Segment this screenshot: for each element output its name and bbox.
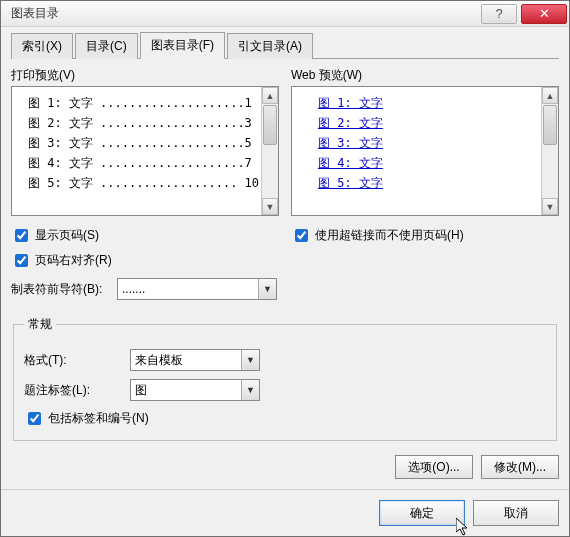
web-preview-label: Web 预览(W) bbox=[291, 67, 559, 84]
checkbox-input[interactable] bbox=[28, 412, 41, 425]
checkbox-input[interactable] bbox=[15, 254, 28, 267]
scroll-up-icon[interactable]: ▲ bbox=[262, 87, 278, 104]
list-item: 图 4: 文字 bbox=[308, 153, 554, 173]
list-item: 图 1: 文字 bbox=[308, 93, 554, 113]
general-legend: 常规 bbox=[24, 316, 56, 333]
scroll-thumb[interactable] bbox=[263, 105, 277, 145]
checkbox-label: 显示页码(S) bbox=[35, 227, 99, 244]
checkbox-label: 使用超链接而不使用页码(H) bbox=[315, 227, 464, 244]
checkbox-use-hyperlinks[interactable]: 使用超链接而不使用页码(H) bbox=[291, 226, 559, 245]
scrollbar[interactable]: ▲ ▼ bbox=[541, 87, 558, 215]
right-checks: 使用超链接而不使用页码(H) bbox=[291, 226, 559, 270]
checkbox-input[interactable] bbox=[295, 229, 308, 242]
list-item: 图 2: 文字 bbox=[308, 113, 554, 133]
tab-leader-input[interactable] bbox=[117, 278, 277, 300]
tab-index[interactable]: 索引(X) bbox=[11, 33, 73, 59]
tab-leader-row: 制表符前导符(B): ▼ bbox=[11, 278, 559, 300]
scrollbar[interactable]: ▲ ▼ bbox=[261, 87, 278, 215]
web-preview-column: Web 预览(W) 图 1: 文字 图 2: 文字 图 3: 文字 图 4: 文… bbox=[291, 67, 559, 216]
chevron-down-icon[interactable]: ▼ bbox=[241, 350, 259, 370]
modify-button[interactable]: 修改(M)... bbox=[481, 455, 559, 479]
general-group: 常规 格式(T): ▼ 题注标签(L): ▼ 包括标签和编号(N) bbox=[13, 316, 557, 441]
checkbox-include-label-num[interactable]: 包括标签和编号(N) bbox=[24, 409, 546, 428]
list-item: 图 4: 文字 ....................7 bbox=[28, 153, 274, 173]
tab-contents[interactable]: 目录(C) bbox=[75, 33, 138, 59]
close-button[interactable]: ✕ bbox=[521, 4, 567, 24]
caption-label-combo[interactable]: ▼ bbox=[130, 379, 260, 401]
checkbox-input[interactable] bbox=[15, 229, 28, 242]
scroll-down-icon[interactable]: ▼ bbox=[262, 198, 278, 215]
scroll-thumb[interactable] bbox=[543, 105, 557, 145]
content-area: 索引(X) 目录(C) 图表目录(F) 引文目录(A) 打印预览(V) 图 1:… bbox=[1, 27, 569, 489]
web-preview-listbox[interactable]: 图 1: 文字 图 2: 文字 图 3: 文字 图 4: 文字 图 5: 文字 … bbox=[291, 86, 559, 216]
format-combo[interactable]: ▼ bbox=[130, 349, 260, 371]
checkbox-right-align[interactable]: 页码右对齐(R) bbox=[11, 251, 279, 270]
checkbox-label: 页码右对齐(R) bbox=[35, 252, 112, 269]
format-row: 格式(T): ▼ bbox=[24, 349, 546, 371]
tab-figure-toc[interactable]: 图表目录(F) bbox=[140, 32, 225, 59]
list-item: 图 2: 文字 ....................3 bbox=[28, 113, 274, 133]
print-preview-label: 打印预览(V) bbox=[11, 67, 279, 84]
dialog-footer: 确定 取消 bbox=[1, 489, 569, 536]
scroll-down-icon[interactable]: ▼ bbox=[542, 198, 558, 215]
preview-row: 打印预览(V) 图 1: 文字 ....................1 图 … bbox=[11, 67, 559, 216]
list-item: 图 1: 文字 ....................1 bbox=[28, 93, 274, 113]
checkbox-show-page-numbers[interactable]: 显示页码(S) bbox=[11, 226, 279, 245]
chevron-down-icon[interactable]: ▼ bbox=[241, 380, 259, 400]
list-item: 图 3: 文字 bbox=[308, 133, 554, 153]
chevron-down-icon[interactable]: ▼ bbox=[258, 279, 276, 299]
tab-citations[interactable]: 引文目录(A) bbox=[227, 33, 313, 59]
left-checks: 显示页码(S) 页码右对齐(R) bbox=[11, 226, 279, 270]
window-title: 图表目录 bbox=[11, 5, 481, 22]
dialog-window: 图表目录 ? ✕ 索引(X) 目录(C) 图表目录(F) 引文目录(A) 打印预… bbox=[0, 0, 570, 537]
checkbox-row: 显示页码(S) 页码右对齐(R) 使用超链接而不使用页码(H) bbox=[11, 226, 559, 270]
print-preview-column: 打印预览(V) 图 1: 文字 ....................1 图 … bbox=[11, 67, 279, 216]
cancel-button[interactable]: 取消 bbox=[473, 500, 559, 526]
caption-label-row: 题注标签(L): ▼ bbox=[24, 379, 546, 401]
help-button[interactable]: ? bbox=[481, 4, 517, 24]
list-item: 图 5: 文字 ................... 10 bbox=[28, 173, 274, 193]
ok-button[interactable]: 确定 bbox=[379, 500, 465, 526]
checkbox-label: 包括标签和编号(N) bbox=[48, 410, 149, 427]
tab-leader-combo[interactable]: ▼ bbox=[117, 278, 277, 300]
tab-strip: 索引(X) 目录(C) 图表目录(F) 引文目录(A) bbox=[11, 33, 559, 59]
list-item: 图 5: 文字 bbox=[308, 173, 554, 193]
format-label: 格式(T): bbox=[24, 352, 124, 369]
tab-leader-label: 制表符前导符(B): bbox=[11, 281, 111, 298]
caption-label-label: 题注标签(L): bbox=[24, 382, 124, 399]
titlebar: 图表目录 ? ✕ bbox=[1, 1, 569, 27]
print-preview-listbox[interactable]: 图 1: 文字 ....................1 图 2: 文字 ..… bbox=[11, 86, 279, 216]
options-button[interactable]: 选项(O)... bbox=[395, 455, 473, 479]
list-item: 图 3: 文字 ....................5 bbox=[28, 133, 274, 153]
scroll-up-icon[interactable]: ▲ bbox=[542, 87, 558, 104]
options-button-row: 选项(O)... 修改(M)... bbox=[11, 455, 559, 479]
